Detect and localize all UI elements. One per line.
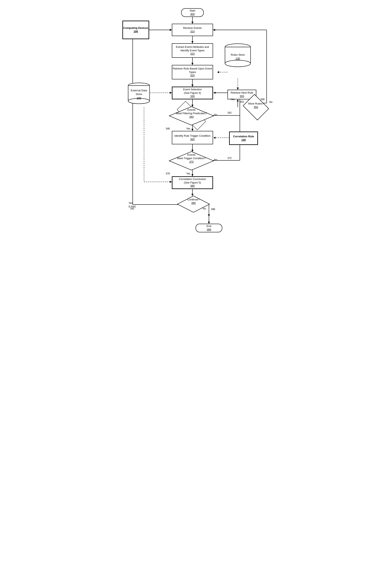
svg-marker-49 — [170, 181, 172, 183]
correlation-conclusion-node: Correlation Conclusion(See Figure 5) 380 — [172, 176, 213, 189]
svg-marker-7 — [192, 85, 194, 87]
correlation-conclusion-label: Correlation Conclusion(See Figure 5) 380 — [179, 177, 206, 188]
start-label: Start 300 — [190, 9, 195, 16]
more-rules-diamond-container: More Rules? 350 — [244, 99, 268, 115]
receive-events-node: Receive Events 310 — [172, 24, 213, 36]
yes-348-label: Yes — [186, 127, 190, 131]
retrieve-next-label: Retrieve Next Rule 355 — [230, 91, 253, 98]
no-342-label: No — [214, 113, 217, 117]
rules-store-label: Rules Store 130 — [231, 53, 245, 60]
no-358-label: No — [269, 101, 272, 104]
external-data-label: External Data Store 165 — [128, 89, 150, 100]
trigger-diamond-svg — [169, 151, 214, 171]
svg-marker-34 — [213, 92, 216, 94]
svg-marker-51 — [213, 137, 216, 139]
end-label: End 399 — [206, 225, 211, 232]
svg-marker-5 — [192, 63, 194, 65]
extract-events-node: Extract Event Attributes and Identify Ev… — [172, 43, 213, 58]
372-label: 372 — [227, 157, 231, 160]
start-node: Start 300 — [181, 8, 204, 17]
identify-trigger-label: Identify Rule Trigger Condition 360 — [174, 134, 211, 141]
extract-events-label: Extract Event Attributes and Identify Ev… — [172, 45, 213, 56]
receive-events-label: Receive Events 310 — [183, 26, 202, 34]
retrieve-rule-label: Retrieve Rule Based Upon Event Types 320 — [172, 67, 213, 77]
correlation-rule-label: Correlation Rule 140 — [233, 135, 254, 142]
event-selection-node: Event Selection(See Figure 4) 330 — [172, 87, 213, 99]
end-node: End 399 — [195, 224, 222, 232]
identify-trigger-node: Identify Rule Trigger Condition 360 — [172, 131, 213, 144]
svg-marker-36 — [237, 99, 239, 102]
yes-378-label: Yes — [186, 172, 190, 175]
svg-marker-44 — [170, 29, 172, 31]
svg-marker-28 — [170, 29, 172, 31]
filtering-diamond-svg — [169, 106, 214, 126]
svg-marker-13 — [192, 129, 194, 131]
no-398-label: No — [203, 207, 206, 210]
358-label: 358 — [260, 98, 264, 101]
svg-marker-32 — [237, 88, 239, 90]
retrieve-rule-node: Retrieve Rule Based Upon Event Types 320 — [172, 65, 213, 79]
392-label: 392 — [130, 207, 134, 210]
svg-marker-30 — [208, 222, 210, 224]
342-label: 342 — [227, 111, 231, 115]
svg-marker-40 — [213, 29, 215, 31]
352-label: 352 — [240, 101, 244, 104]
svg-marker-42 — [217, 71, 219, 73]
rules-store-node: Rules Store 130 — [224, 43, 251, 68]
svg-marker-19 — [192, 174, 194, 176]
yes-352-label: Yes — [230, 98, 235, 101]
svg-marker-46 — [170, 92, 172, 94]
348-label: 348 — [166, 127, 170, 131]
external-data-node: External Data Store 165 — [128, 82, 150, 106]
computing-devices-node: Computing Devices 100 — [122, 21, 149, 39]
378-label: 378 — [166, 172, 170, 175]
svg-marker-3 — [192, 41, 194, 43]
398-label: 398 — [211, 208, 215, 211]
no-372-label: No — [214, 158, 217, 162]
svg-point-54 — [225, 60, 251, 67]
svg-marker-24 — [208, 214, 210, 216]
correlation-rule-node: Correlation Rule 140 — [229, 132, 258, 145]
computing-devices-label: Computing Devices 100 — [123, 26, 148, 34]
flowchart-diagram: Start 300 Computing Devices 100 Receive … — [116, 4, 273, 239]
svg-marker-62 — [169, 106, 214, 125]
svg-marker-63 — [169, 152, 214, 170]
svg-marker-1 — [192, 22, 194, 24]
event-selection-label: Event Selection(See Figure 4) 330 — [183, 88, 202, 98]
